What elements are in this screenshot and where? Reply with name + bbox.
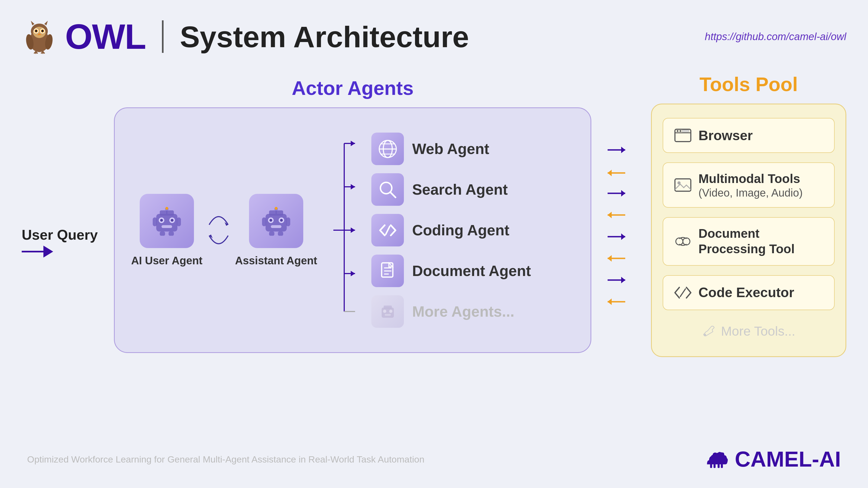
assistant-agent-label: Assistant Agent	[235, 255, 317, 267]
svg-point-26	[160, 219, 163, 222]
ai-user-agent-icon-box	[140, 194, 194, 248]
svg-marker-60	[351, 271, 355, 276]
browser-tool-icon	[674, 127, 692, 144]
connector-arrows-svg	[608, 126, 635, 369]
svg-point-105	[713, 453, 717, 457]
document-processing-label: Document	[699, 226, 823, 241]
assistant-agent: Assistant Agent	[235, 194, 317, 267]
camel-icon	[705, 450, 730, 469]
svg-marker-83	[621, 233, 625, 240]
document-processing-tool: Document Processing Tool	[663, 217, 835, 266]
search-agent-icon	[371, 173, 404, 206]
svg-marker-89	[608, 212, 612, 218]
github-link[interactable]: https://github.com/camel-ai/owl	[705, 31, 846, 42]
connector-arrows	[608, 126, 635, 332]
svg-point-33	[165, 207, 168, 209]
document-processing-icon	[674, 233, 692, 250]
svg-marker-87	[608, 170, 612, 176]
actor-agents-title: Actor Agents	[114, 77, 591, 99]
svg-line-103	[680, 289, 686, 297]
svg-rect-47	[269, 231, 275, 236]
assistant-agent-icon-box	[249, 194, 303, 248]
code-executor-tool: Code Executor	[663, 275, 835, 310]
svg-rect-48	[278, 231, 283, 236]
agent-arrows	[208, 203, 229, 257]
fanout-lines	[333, 127, 355, 333]
svg-marker-58	[351, 184, 355, 190]
footer-subtitle: Optimized Workforce Learning for General…	[27, 454, 425, 465]
svg-rect-32	[168, 231, 174, 236]
wrench-icon	[702, 324, 716, 338]
svg-rect-109	[717, 464, 720, 468]
svg-marker-2	[31, 21, 34, 26]
svg-rect-108	[713, 464, 716, 468]
ai-user-agent-label: AI User Agent	[131, 255, 203, 267]
more-tools-label: More Tools...	[674, 324, 824, 338]
owl-logo-icon	[22, 19, 57, 54]
multimodal-tool-icon	[674, 176, 692, 194]
svg-rect-44	[271, 225, 281, 228]
user-query-label: User Query	[22, 227, 98, 243]
svg-line-67	[390, 192, 396, 197]
document-processing-text: Document Processing Tool	[699, 226, 823, 257]
search-agent-label: Search Agent	[412, 181, 508, 198]
header-left: OWL System Architecture	[22, 16, 469, 57]
svg-point-49	[275, 207, 278, 209]
svg-point-75	[383, 310, 386, 313]
multimodal-tool-sublabel: (Video, Image, Audio)	[699, 187, 823, 199]
tools-pool-section: Tools Pool Browser	[651, 73, 846, 357]
globe-icon	[378, 139, 398, 159]
tools-pool-box: Browser Multimodal Tools (Video, Image, …	[651, 104, 846, 357]
svg-point-9	[35, 30, 37, 32]
web-agent-icon	[371, 133, 404, 165]
code-executor-icon	[674, 284, 692, 301]
svg-point-76	[389, 310, 393, 313]
svg-rect-30	[177, 218, 181, 226]
svg-marker-59	[351, 227, 355, 233]
browser-tool: Browser	[663, 118, 835, 153]
code-icon	[378, 220, 398, 240]
agents-pair: AI User Agent	[131, 194, 317, 267]
fanout-lines-svg	[333, 127, 355, 333]
multimodal-tool-text: Multimodal Tools (Video, Image, Audio)	[699, 171, 823, 199]
svg-marker-85	[621, 277, 625, 283]
svg-marker-81	[621, 190, 625, 197]
curved-arrows-icon	[208, 203, 229, 257]
search-agent-row: Search Agent	[371, 173, 531, 206]
svg-rect-98	[682, 130, 689, 132]
svg-rect-31	[160, 231, 165, 236]
svg-marker-79	[621, 147, 625, 153]
multimodal-tool: Multimodal Tools (Video, Image, Audio)	[663, 162, 835, 208]
document-agent-icon	[371, 255, 404, 287]
actor-agents-section: Actor Agents	[114, 77, 591, 353]
document-processing-label2: Processing Tool	[699, 241, 823, 257]
svg-point-106	[717, 452, 721, 456]
header: OWL System Architecture https://github.c…	[0, 0, 868, 68]
coding-agent-label: Coding Agent	[412, 222, 509, 239]
svg-marker-3	[44, 21, 48, 26]
doc-tool-icon	[674, 233, 692, 250]
more-agents-row: More Agents...	[371, 295, 531, 328]
svg-point-42	[269, 219, 272, 222]
svg-point-101	[676, 238, 683, 245]
page-title: System Architecture	[180, 20, 469, 54]
multimodal-tool-label: Multimodal Tools	[699, 171, 823, 187]
svg-point-96	[677, 130, 679, 132]
svg-rect-29	[153, 218, 157, 226]
web-agent-row: Web Agent	[371, 133, 531, 165]
svg-rect-28	[161, 225, 172, 228]
svg-rect-73	[382, 307, 394, 318]
svg-rect-36	[266, 214, 287, 231]
coding-agent-row: Coding Agent	[371, 214, 531, 247]
browser-tool-label: Browser	[699, 128, 753, 143]
code-executor-label: Code Executor	[699, 285, 794, 300]
user-query-section: User Query	[22, 227, 98, 258]
svg-rect-107	[710, 464, 712, 468]
svg-rect-110	[721, 464, 723, 468]
document-agent-row: Document Agent	[371, 255, 531, 287]
svg-marker-93	[608, 298, 612, 305]
code-executor-svg-icon	[674, 284, 692, 301]
svg-rect-99	[675, 179, 691, 191]
svg-rect-45	[262, 218, 267, 226]
svg-marker-91	[608, 255, 612, 262]
